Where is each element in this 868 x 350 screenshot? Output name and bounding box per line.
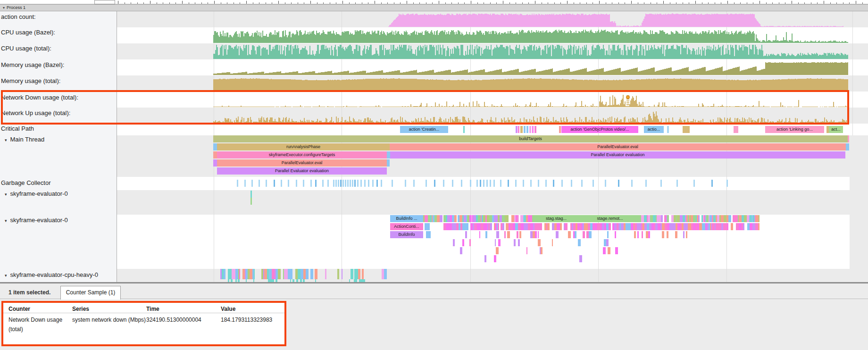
gc-event-tick[interactable] (470, 180, 471, 187)
critical-path-span[interactable] (526, 126, 528, 133)
gc-event-tick[interactable] (259, 180, 260, 187)
gc-event-tick[interactable] (296, 180, 297, 187)
skyframe-span[interactable] (425, 223, 430, 230)
main-thread-span[interactable]: buildTargets (213, 135, 848, 142)
skyframe-event-tick[interactable] (250, 191, 252, 198)
critical-path-span[interactable]: actio... (644, 126, 664, 133)
gc-event-tick[interactable] (605, 180, 606, 187)
main-thread-span[interactable]: Parallel Evaluator evaluation (217, 167, 387, 175)
collapse-arrow-icon[interactable]: ▾ (5, 192, 7, 197)
gc-event-tick[interactable] (452, 180, 453, 187)
gc-event-tick[interactable] (315, 180, 317, 187)
gc-event-tick[interactable] (338, 180, 339, 187)
gc-event-tick[interactable] (538, 180, 539, 187)
gc-event-tick[interactable] (360, 180, 362, 187)
gc-event-tick[interactable] (593, 180, 594, 187)
sidebar-item-critical-path[interactable]: Critical Path (1, 125, 34, 133)
main-thread-span[interactable]: ParallelEvaluator.eval (217, 159, 387, 167)
critical-path-span[interactable] (520, 126, 523, 133)
gc-event-tick[interactable] (266, 180, 267, 187)
cpu-usage-bazel-chart[interactable] (117, 27, 868, 43)
collapse-arrow-icon[interactable]: ▾ (5, 273, 7, 278)
gc-event-tick[interactable] (381, 180, 382, 187)
gc-event-tick[interactable] (631, 180, 633, 187)
gc-event-tick[interactable] (350, 180, 351, 187)
sidebar-item-cpu-usage-total[interactable]: CPU usage (total): (1, 45, 51, 52)
memory-usage-total-chart[interactable] (117, 75, 868, 92)
main-thread-span[interactable] (213, 143, 217, 150)
main-thread-span[interactable] (213, 159, 217, 167)
critical-path-span[interactable] (516, 126, 517, 133)
gc-event-tick[interactable] (368, 180, 369, 187)
sidebar-item-main-thread[interactable]: ▾Main Thread (5, 136, 44, 144)
critical-path-span[interactable] (667, 126, 669, 133)
gc-event-tick[interactable] (726, 180, 728, 187)
gc-event-tick[interactable] (461, 180, 462, 187)
gc-event-tick[interactable] (335, 180, 337, 187)
main-thread-span[interactable] (387, 151, 390, 158)
skyframe-span[interactable]: BuildInfo (390, 231, 423, 238)
gc-event-tick[interactable] (561, 180, 563, 187)
gc-event-tick[interactable] (515, 180, 517, 187)
skyframe-event-tick[interactable] (250, 198, 252, 205)
network-down-usage-total-chart[interactable] (117, 92, 868, 108)
sidebar-item-skyframe-evaluator-0-a[interactable]: ▾skyframe-evaluator-0 (5, 190, 68, 198)
gc-event-tick[interactable] (244, 180, 246, 187)
gc-event-tick[interactable] (711, 180, 713, 187)
selected-sample-marker[interactable] (626, 95, 630, 99)
gc-event-tick[interactable] (237, 180, 238, 187)
gc-event-tick[interactable] (405, 180, 406, 187)
critical-path-span[interactable] (534, 126, 536, 133)
main-thread-span[interactable]: Parallel Evaluator evaluation (390, 151, 845, 158)
critical-path-span[interactable]: action 'Creatin... (400, 126, 448, 133)
gc-event-tick[interactable] (486, 180, 488, 187)
main-thread-span[interactable] (387, 159, 390, 167)
collapse-arrow-icon[interactable]: ▾ (5, 218, 7, 223)
critical-path-span[interactable] (524, 126, 526, 133)
gc-event-tick[interactable] (372, 180, 374, 187)
main-thread-span[interactable] (848, 135, 849, 142)
gc-event-tick[interactable] (426, 180, 427, 187)
gc-event-tick[interactable] (581, 180, 583, 187)
gc-event-tick[interactable] (645, 180, 647, 187)
gc-event-tick[interactable] (345, 180, 346, 187)
gc-event-tick[interactable] (660, 180, 662, 187)
gc-event-tick[interactable] (322, 180, 324, 187)
critical-path-span[interactable]: action 'GenObjcProtos video/... (561, 126, 638, 133)
skyframe-span[interactable]: stag.stag... (532, 215, 580, 222)
gc-event-tick[interactable] (618, 180, 619, 187)
sidebar-item-action-count[interactable]: action count: (1, 13, 36, 21)
gc-event-tick[interactable] (693, 180, 695, 187)
gc-event-tick[interactable] (288, 180, 289, 187)
critical-path-span[interactable]: action 'Linking go... (765, 126, 824, 133)
action-count-chart[interactable] (117, 11, 868, 27)
sidebar-item-cpu-usage-bazel[interactable]: CPU usage (Bazel): (1, 29, 55, 36)
gc-event-tick[interactable] (357, 180, 359, 187)
gc-event-tick[interactable] (364, 180, 366, 187)
collapse-arrow-icon[interactable]: ▾ (3, 6, 5, 10)
sidebar-item-memory-usage-total[interactable]: Memory usage (total): (1, 77, 60, 85)
main-thread-span[interactable]: runAnalysisPhase (217, 143, 390, 150)
gc-event-tick[interactable] (342, 180, 344, 187)
critical-path-span[interactable]: act... (829, 126, 843, 133)
tab-counter-sample[interactable]: Counter Sample (1) (60, 286, 121, 300)
gc-event-tick[interactable] (493, 180, 495, 187)
network-up-usage-total-chart[interactable] (117, 108, 868, 124)
critical-path-span[interactable] (532, 126, 534, 133)
skyframe-span[interactable] (426, 231, 431, 238)
gc-event-tick[interactable] (443, 180, 444, 187)
gc-event-tick[interactable] (545, 180, 547, 187)
collapse-arrow-icon[interactable]: ▾ (5, 138, 7, 142)
gc-event-tick[interactable] (500, 180, 501, 187)
sidebar-item-garbage-collector[interactable]: Garbage Collector (1, 179, 51, 187)
gc-event-tick[interactable] (333, 180, 334, 187)
gc-event-tick[interactable] (303, 180, 304, 187)
sidebar-item-network-up-usage-total[interactable]: Network Up usage (total): (1, 109, 70, 117)
critical-path-span[interactable] (734, 126, 738, 133)
gc-event-tick[interactable] (553, 180, 554, 187)
sidebar-item-network-down-usage-total[interactable]: Network Down usage (total): (1, 94, 78, 101)
gc-event-tick[interactable] (327, 180, 329, 187)
process-header[interactable]: ▾Process 1 (0, 4, 868, 11)
skyframe-span[interactable]: BuildInfo ... (390, 215, 423, 222)
main-thread-span[interactable] (846, 143, 849, 150)
